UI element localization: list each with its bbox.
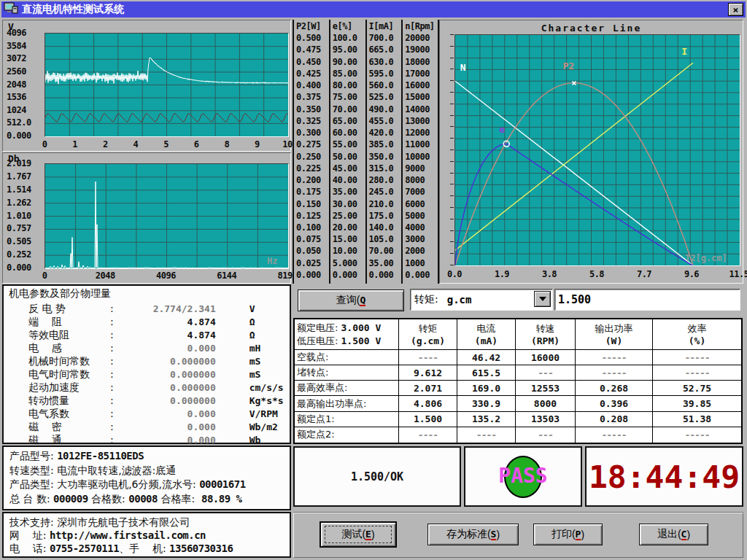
corner-line: 低压电压: 1.500 V bbox=[297, 335, 381, 348]
axis-tick: 0.425 bbox=[296, 69, 329, 79]
torque-value-input[interactable] bbox=[558, 291, 737, 308]
axis-tick: 630.0 bbox=[369, 57, 402, 67]
axis-tick: 12000 bbox=[405, 128, 438, 138]
axis-tick: 35.00 bbox=[369, 258, 402, 268]
chart-x-tick: 9.6 bbox=[684, 269, 699, 279]
chart-y-tick bbox=[450, 34, 454, 35]
column-header-line1: 输出功率 bbox=[595, 322, 633, 335]
axis-tick: 3000 bbox=[405, 234, 438, 244]
svg-text:×: × bbox=[571, 78, 576, 88]
axis-tick: 0.350 bbox=[296, 104, 329, 114]
text-segment: 额定电压: bbox=[297, 322, 341, 333]
button-label-suffix: ) bbox=[496, 529, 500, 540]
button-label: 测试( bbox=[341, 528, 365, 541]
table-corner-header: 额定电压: 3.000 V低压电压: 1.500 V bbox=[295, 319, 399, 350]
axis-tick: 455.0 bbox=[369, 116, 402, 126]
chart-y-tick bbox=[450, 80, 454, 81]
button-label: 存为标准( bbox=[446, 528, 491, 541]
svg-text:e: e bbox=[499, 124, 505, 135]
param-row: 端 阻:4.874Ω bbox=[28, 316, 285, 329]
axis-tick: 280.0 bbox=[369, 175, 402, 185]
action-button-e[interactable]: 测试(E) bbox=[320, 522, 396, 547]
param-value: 0.000000 bbox=[114, 395, 216, 406]
axis-tick: 80.00 bbox=[333, 80, 365, 90]
table-row-label: 额定点2: bbox=[295, 427, 399, 443]
axis-tick: 0.475 bbox=[296, 44, 329, 55]
table-cell: 169.0 bbox=[457, 381, 516, 396]
chart-y-tick bbox=[450, 219, 454, 219]
torque-unit-dropdown[interactable]: 转矩: g.cm bbox=[410, 289, 553, 311]
axis-tick: 0.250 bbox=[296, 152, 329, 162]
table-cell: 135.2 bbox=[457, 412, 516, 427]
text-segment: 深圳市先航电子技术有限公司 bbox=[57, 516, 190, 528]
dropdown-value: g.cm bbox=[447, 294, 472, 306]
table-column-header: 转速(RPM) bbox=[516, 319, 576, 350]
spectrum-y-tick: 0.000 bbox=[7, 262, 31, 273]
axis-tick: 10000 bbox=[405, 152, 438, 162]
text-segment: 产品型号: bbox=[9, 450, 57, 462]
chart-y-tick bbox=[450, 230, 454, 231]
axis-tick: 0.400 bbox=[296, 80, 329, 90]
close-button[interactable]: × bbox=[728, 3, 743, 16]
text-segment: 88.89 % bbox=[201, 493, 242, 505]
chart-y-tick bbox=[450, 195, 454, 196]
param-unit: Wb bbox=[249, 435, 261, 446]
table-cell: 2.071 bbox=[399, 381, 457, 396]
axis-tick: 315.0 bbox=[369, 163, 402, 174]
chart-y-tick bbox=[450, 115, 454, 116]
action-button-c[interactable]: 退出(C) bbox=[639, 524, 708, 545]
axis-tick: 15000 bbox=[405, 92, 438, 102]
axis-tick: 13000 bbox=[405, 116, 438, 126]
axis-tick: 490.0 bbox=[369, 104, 402, 114]
axis-tick: 0.300 bbox=[296, 128, 329, 138]
spectrum-y-tick: 1.262 bbox=[7, 198, 31, 208]
axis-tick: 10.00 bbox=[333, 246, 365, 256]
chart-y-tick bbox=[450, 149, 454, 150]
column-header-line2: (%) bbox=[689, 335, 705, 346]
chart-y-tick bbox=[450, 184, 454, 184]
param-row: 反 电 势:2.774/2.341V bbox=[28, 303, 285, 316]
param-unit: Ω bbox=[249, 316, 255, 327]
axis-tick: 15.00 bbox=[333, 234, 365, 244]
table-cell: 46.42 bbox=[457, 350, 516, 365]
chart-y-tick bbox=[450, 58, 454, 58]
action-button-p[interactable]: 打印(P) bbox=[533, 524, 603, 545]
axis-tick: 65.00 bbox=[333, 116, 365, 126]
dropdown-arrow-button[interactable] bbox=[534, 291, 551, 307]
param-value: 0.000000 bbox=[114, 369, 216, 380]
axis-tick: 30.00 bbox=[333, 199, 365, 209]
spectrum-y-tick: 2.019 bbox=[7, 158, 31, 168]
corner-line: 额定电压: 3.000 V bbox=[297, 322, 381, 335]
param-label: 机械时间常数 bbox=[28, 355, 110, 368]
axis-tick: 0.275 bbox=[296, 139, 329, 149]
table-cell: 4.806 bbox=[399, 396, 457, 411]
title-bar[interactable]: 直流电机特性测试系统 × bbox=[1, 1, 746, 18]
column-header-line1: 转速 bbox=[536, 322, 555, 335]
torque-value-field bbox=[554, 289, 740, 311]
axis-tick: 11000 bbox=[405, 139, 438, 149]
param-label: 端 阻 bbox=[28, 316, 110, 329]
chart-x-axis-label: T2[g.cm] bbox=[685, 253, 727, 263]
axis-tick: 50.00 bbox=[333, 152, 365, 162]
param-row: 起动加速度:0.000000cm/s/s bbox=[28, 381, 285, 394]
query-button[interactable]: 查询(Q bbox=[298, 289, 404, 311]
axis-tick: 16000 bbox=[405, 80, 438, 90]
param-row: 电 感:0.000mH bbox=[28, 342, 285, 355]
table-cell: ----- bbox=[576, 350, 653, 365]
clock-time: 18:44:49 bbox=[589, 459, 740, 495]
spectrum-y-tick: 1.514 bbox=[7, 184, 31, 195]
table-column-header: 效率(%) bbox=[653, 319, 741, 350]
spectrum-y-tick: 0.505 bbox=[7, 236, 31, 246]
text-segment: 00001671 bbox=[199, 478, 245, 490]
axis-tick: 0.125 bbox=[296, 211, 329, 221]
axis-tick: 0.200 bbox=[296, 175, 329, 185]
param-label: 磁 密 bbox=[28, 421, 110, 434]
button-label-suffix: ) bbox=[581, 529, 584, 540]
param-unit: Wb/m2 bbox=[249, 421, 278, 432]
spectrum-y-tick: 1.010 bbox=[7, 211, 31, 221]
axis-tick: 0.450 bbox=[296, 57, 329, 67]
action-button-s[interactable]: 存为标准(S) bbox=[427, 524, 519, 545]
table-cell: --- bbox=[516, 365, 576, 381]
axis-tick: 6000 bbox=[405, 199, 438, 209]
table-row-label: 最高效率点: bbox=[295, 381, 399, 396]
